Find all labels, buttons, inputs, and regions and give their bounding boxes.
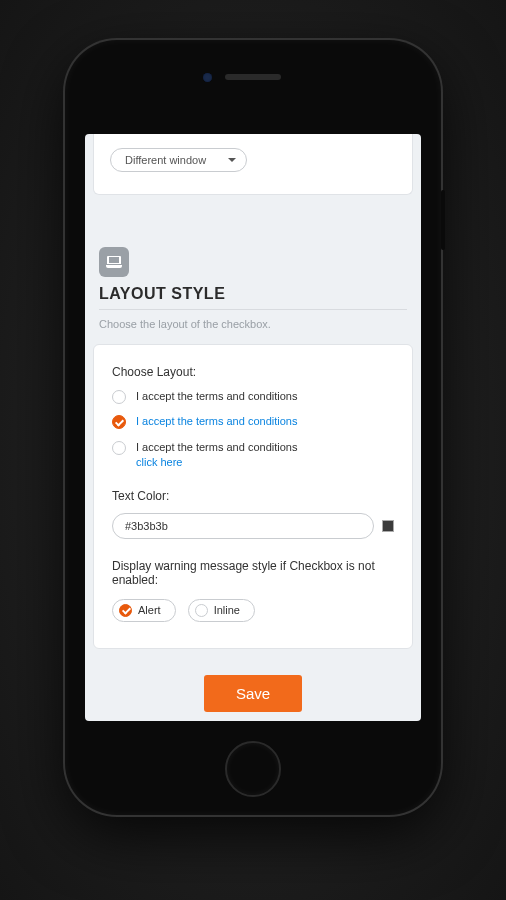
window-target-value: Different window — [125, 154, 206, 166]
color-swatch[interactable] — [382, 520, 394, 532]
app-screen: Different window LAYOUT STYLE Choose the… — [85, 134, 421, 721]
text-color-row — [112, 513, 394, 539]
laptop-icon — [99, 247, 129, 277]
phone-speaker — [225, 74, 281, 80]
chevron-down-icon — [228, 158, 236, 162]
radio-icon — [112, 441, 126, 455]
warning-style-label: Display warning message style if Checkbo… — [112, 559, 394, 587]
layout-style-section: LAYOUT STYLE Choose the layout of the ch… — [99, 247, 407, 330]
layout-option-link[interactable]: click here — [136, 456, 182, 468]
warning-option-label: Inline — [214, 604, 240, 616]
layout-option-1[interactable]: I accept the terms and conditions — [112, 389, 394, 404]
text-color-label: Text Color: — [112, 489, 394, 503]
layout-option-text: I accept the terms and conditions — [136, 414, 297, 429]
layout-option-3[interactable]: I accept the terms and conditions click … — [112, 440, 394, 471]
radio-checked-icon — [119, 604, 132, 617]
warning-option-alert[interactable]: Alert — [112, 599, 176, 622]
warning-option-label: Alert — [138, 604, 161, 616]
layout-option-2[interactable]: I accept the terms and conditions — [112, 414, 394, 429]
home-button[interactable] — [225, 741, 281, 797]
layout-option-base-text: I accept the terms and conditions — [136, 441, 297, 453]
layout-card: Choose Layout: I accept the terms and co… — [93, 344, 413, 649]
phone-camera — [203, 73, 212, 82]
top-card: Different window — [93, 134, 413, 195]
section-subtitle: Choose the layout of the checkbox. — [99, 318, 407, 330]
text-color-input[interactable] — [112, 513, 374, 539]
divider — [99, 309, 407, 310]
layout-option-text: I accept the terms and conditions — [136, 389, 297, 404]
radio-icon — [112, 390, 126, 404]
layout-option-text: I accept the terms and conditions click … — [136, 440, 297, 471]
choose-layout-label: Choose Layout: — [112, 365, 394, 379]
radio-icon — [195, 604, 208, 617]
save-button[interactable]: Save — [204, 675, 302, 712]
phone-frame: Different window LAYOUT STYLE Choose the… — [65, 40, 441, 815]
warning-option-inline[interactable]: Inline — [188, 599, 255, 622]
section-title: LAYOUT STYLE — [99, 285, 407, 303]
window-target-select[interactable]: Different window — [110, 148, 247, 172]
radio-checked-icon — [112, 415, 126, 429]
warning-options: Alert Inline — [112, 599, 394, 622]
actions-row: Save — [85, 675, 421, 712]
